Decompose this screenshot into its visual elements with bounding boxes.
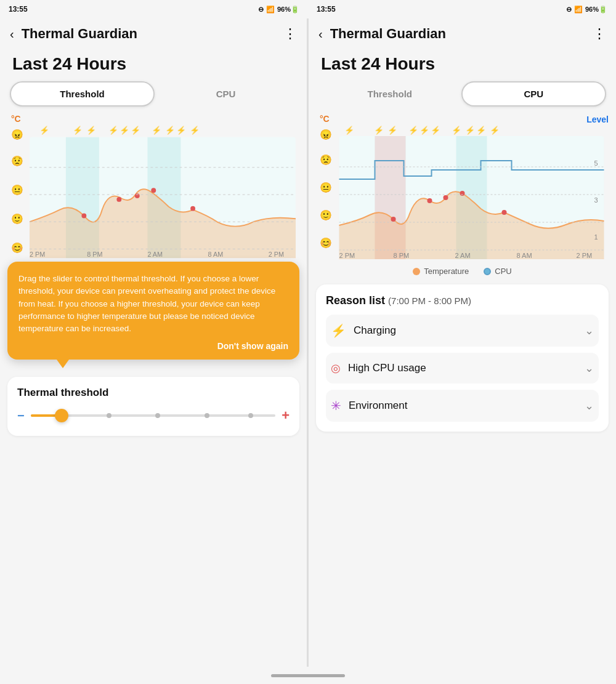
legend-temp-dot <box>413 268 420 275</box>
legend-cpu: CPU <box>484 267 511 276</box>
svg-text:2 AM: 2 AM <box>455 252 471 259</box>
svg-point-23 <box>444 195 448 200</box>
left-chart-unit: °C <box>7 114 299 124</box>
svg-point-5 <box>135 193 140 198</box>
svg-text:8 PM: 8 PM <box>394 252 410 259</box>
right-level-label: Level <box>586 115 609 124</box>
svg-text:8 AM: 8 AM <box>208 251 224 258</box>
reason-time-range: (7:00 PM - 8:00 PM) <box>388 296 471 306</box>
left-app-title: Thermal Guardian <box>22 26 283 42</box>
tooltip-dismiss-button[interactable]: Don't show again <box>18 341 288 351</box>
svg-point-6 <box>151 188 156 193</box>
battery-right: 96%🔋 <box>585 6 607 14</box>
svg-point-22 <box>428 198 432 203</box>
left-back-button[interactable]: ‹ <box>10 27 14 41</box>
left-tab-threshold[interactable]: Threshold <box>10 81 155 107</box>
left-more-button[interactable]: ⋮ <box>283 26 297 42</box>
legend-cpu-label: CPU <box>495 267 511 276</box>
charging-icon: ⚡ <box>331 323 346 338</box>
time-left: 13:55 <box>9 5 28 14</box>
right-emoji-col: 😠 😟 😐 🙂 😊 <box>320 125 337 252</box>
svg-text:5: 5 <box>594 159 598 167</box>
svg-point-24 <box>460 191 465 196</box>
reason-left-environment: ✳ Environment <box>331 398 407 413</box>
svg-text:2 PM: 2 PM <box>30 251 45 258</box>
cpu-chevron-icon: ⌄ <box>585 361 594 375</box>
right-page-title: Last 24 Hours <box>309 49 616 81</box>
right-more-button[interactable]: ⋮ <box>593 26 606 42</box>
wifi-icon-right: 📶 <box>574 6 583 14</box>
tooltip-bubble: Drag the slider to control thermal thres… <box>7 262 299 360</box>
reason-left-cpu: ◎ High CPU usage <box>331 361 426 375</box>
left-emoji-col: 😠 😟 😐 🙂 😊 <box>11 125 28 257</box>
svg-point-25 <box>502 210 507 215</box>
slider-row: − + <box>17 408 290 424</box>
reason-section: Reason list (7:00 PM - 8:00 PM) ⚡ Chargi… <box>316 284 609 432</box>
legend-cpu-dot <box>484 268 491 275</box>
chart-legend: Temperature CPU <box>316 262 609 278</box>
svg-text:8 AM: 8 AM <box>517 252 532 259</box>
time-right: 13:55 <box>317 5 336 14</box>
right-tab-threshold[interactable]: Threshold <box>318 82 461 105</box>
right-screen: ‹ Thermal Guardian ⋮ Last 24 Hours Thres… <box>309 18 616 667</box>
svg-text:2 PM: 2 PM <box>577 252 593 259</box>
left-chart-container: °C 😠 😟 😐 🙂 😊 ⚡ ⚡ ⚡ ⚡ <box>0 114 307 262</box>
reason-item-cpu[interactable]: ◎ High CPU usage ⌄ <box>326 353 599 384</box>
wifi-icon-left: 📶 <box>266 6 275 14</box>
reason-left-charging: ⚡ Charging <box>331 323 396 338</box>
do-not-disturb-icon-left: ⊖ <box>258 6 264 14</box>
charging-label: Charging <box>354 324 396 337</box>
right-tab-row: Threshold CPU <box>309 81 616 114</box>
do-not-disturb-icon-right: ⊖ <box>566 6 572 14</box>
reason-title: Reason list (7:00 PM - 8:00 PM) <box>326 294 599 307</box>
left-chart-svg: 2 PM 8 PM 2 AM 8 AM 2 PM <box>30 136 296 259</box>
environment-icon: ✳ <box>331 398 341 413</box>
left-lightning-row: ⚡ ⚡ ⚡ ⚡ ⚡ ⚡ ⚡ ⚡ ⚡ ⚡ <box>30 125 296 136</box>
svg-text:2 PM: 2 PM <box>339 252 355 259</box>
left-app-bar: ‹ Thermal Guardian ⋮ <box>0 18 307 49</box>
svg-text:3: 3 <box>594 196 598 204</box>
right-chart-main: ⚡ ⚡ ⚡ ⚡ ⚡ ⚡ ⚡ ⚡ ⚡ ⚡ <box>338 125 605 262</box>
right-app-bar: ‹ Thermal Guardian ⋮ <box>309 18 616 49</box>
tooltip-text: Drag the slider to control thermal thres… <box>18 273 288 335</box>
slider-thumb[interactable] <box>55 409 68 422</box>
svg-text:8 PM: 8 PM <box>87 251 102 258</box>
threshold-card: Thermal threshold − + <box>7 377 299 436</box>
svg-point-21 <box>391 217 396 222</box>
legend-temp: Temperature <box>413 267 469 276</box>
slider-dot-4 <box>248 413 253 418</box>
right-chart-container: °C Level 😠 😟 😐 🙂 😊 ⚡ ⚡ <box>309 114 616 278</box>
right-chart-unit-row: °C Level <box>316 114 609 125</box>
right-tab-cpu[interactable]: CPU <box>461 81 607 107</box>
svg-point-4 <box>116 197 121 202</box>
slider-track[interactable] <box>31 414 275 417</box>
right-chart-svg: 5 3 1 2 PM 8 PM 2 AM 8 AM 2 PM <box>338 136 605 259</box>
svg-text:2 PM: 2 PM <box>269 251 284 258</box>
slider-plus-button[interactable]: + <box>282 408 290 424</box>
slider-dot-2 <box>155 413 160 418</box>
environment-label: Environment <box>349 400 407 412</box>
left-page-title: Last 24 Hours <box>0 49 307 81</box>
slider-minus-button[interactable]: − <box>17 409 25 423</box>
svg-point-7 <box>190 206 195 211</box>
right-chart-unit: °C <box>316 114 330 124</box>
right-lightning-row: ⚡ ⚡ ⚡ ⚡ ⚡ ⚡ ⚡ ⚡ ⚡ ⚡ <box>338 125 605 136</box>
right-back-button[interactable]: ‹ <box>318 27 323 41</box>
reason-item-charging[interactable]: ⚡ Charging ⌄ <box>326 315 599 347</box>
cpu-usage-icon: ◎ <box>331 361 341 375</box>
reason-item-environment[interactable]: ✳ Environment ⌄ <box>326 390 599 422</box>
left-chart-main: ⚡ ⚡ ⚡ ⚡ ⚡ ⚡ ⚡ ⚡ ⚡ ⚡ <box>30 125 296 262</box>
slider-dot-3 <box>205 413 209 418</box>
threshold-label: Thermal threshold <box>17 387 290 399</box>
svg-point-3 <box>81 214 86 219</box>
charging-chevron-icon: ⌄ <box>585 324 594 337</box>
right-app-title: Thermal Guardian <box>330 26 593 42</box>
battery-left: 96%🔋 <box>277 6 299 14</box>
slider-dot-1 <box>107 413 111 418</box>
left-tab-cpu[interactable]: CPU <box>155 82 297 105</box>
legend-temp-label: Temperature <box>424 267 469 276</box>
left-screen: ‹ Thermal Guardian ⋮ Last 24 Hours Thres… <box>0 18 307 667</box>
svg-text:2 AM: 2 AM <box>147 251 163 258</box>
cpu-label: High CPU usage <box>348 362 426 374</box>
home-indicator <box>271 674 345 677</box>
